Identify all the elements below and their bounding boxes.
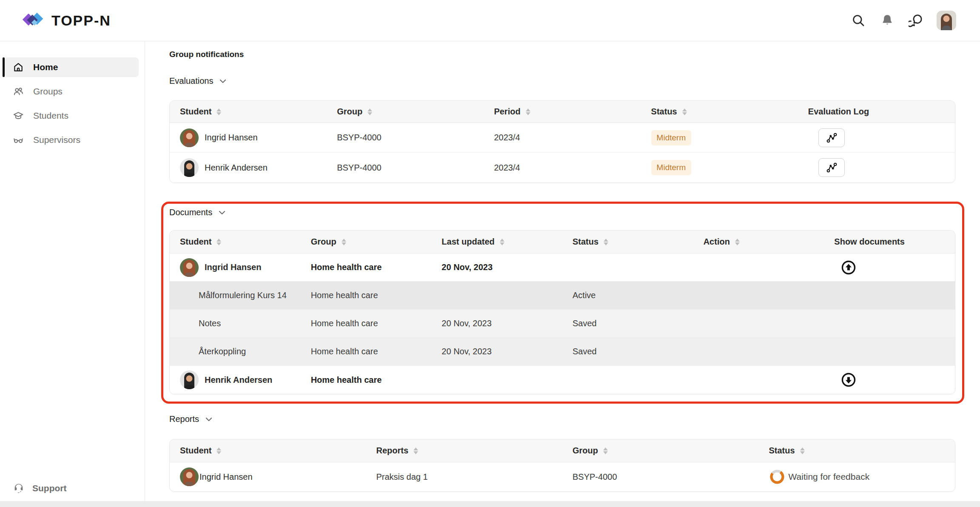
column-header-student[interactable]: Student <box>170 237 301 247</box>
brand-logo-icon <box>22 11 43 30</box>
avatar <box>180 370 199 389</box>
documents-section-toggle[interactable]: Documents <box>169 208 955 217</box>
collapse-documents-icon[interactable] <box>840 259 857 276</box>
column-header-group[interactable]: Group <box>562 446 759 456</box>
chevron-down-icon <box>217 208 227 217</box>
evaluations-section-toggle[interactable]: Evaluations <box>169 76 955 86</box>
student-name: Ingrid Hansen <box>205 262 261 272</box>
brand-logo[interactable]: TOPP-N <box>22 11 111 30</box>
column-header-reports[interactable]: Reports <box>366 446 563 456</box>
evaluation-log-icon <box>826 132 838 143</box>
document-name: Notes <box>170 319 301 328</box>
sort-icon <box>799 447 806 455</box>
column-header-status[interactable]: Status <box>562 237 693 247</box>
last-updated-cell: 20 Nov, 2023 <box>431 262 562 272</box>
header-actions <box>850 11 956 30</box>
period-cell: 2023/4 <box>484 163 641 173</box>
table-row: Henrik Andersen BSYP-4000 2023/4 Midterm <box>170 153 955 182</box>
documents-title: Documents <box>169 208 212 217</box>
main-content: Group notifications Evaluations Student … <box>145 41 980 507</box>
sort-icon <box>525 108 531 116</box>
table-row-student-collapsed[interactable]: Henrik Andersen Home health care <box>170 366 955 394</box>
group-cell: BSYP-4000 <box>562 472 759 482</box>
sidebar-item-label: Home <box>33 62 58 72</box>
groups-icon <box>13 86 24 97</box>
evaluations-table: Student Group Period Status Evaluation L… <box>169 100 955 183</box>
table-row-student-expanded[interactable]: Ingrid Hansen Home health care 20 Nov, 2… <box>170 254 955 282</box>
sort-icon <box>602 447 609 455</box>
avatar <box>180 158 199 177</box>
sort-icon <box>216 238 222 246</box>
evaluation-log-icon <box>826 162 838 173</box>
home-icon <box>13 62 24 73</box>
table-row-document: Målformulering Kurs 14 Home health care … <box>170 282 955 310</box>
chevron-down-icon <box>218 77 228 86</box>
evaluations-title: Evaluations <box>169 76 213 86</box>
student-name: Ingrid Hansen <box>199 472 253 482</box>
reports-table: Student Reports Group Status <box>169 439 955 492</box>
group-cell: Home health care <box>301 347 432 356</box>
sort-icon <box>681 108 688 116</box>
sidebar-support[interactable]: Support <box>13 482 66 494</box>
sidebar: Home Groups Students Supervisors <box>0 41 145 507</box>
sidebar-item-home[interactable]: Home <box>4 57 139 77</box>
sort-icon <box>413 447 419 455</box>
brand-name: TOPP-N <box>51 12 111 29</box>
sidebar-item-groups[interactable]: Groups <box>4 82 139 101</box>
group-cell: BSYP-4000 <box>327 163 484 173</box>
expand-documents-icon[interactable] <box>840 371 857 388</box>
status-cell: Saved <box>562 347 693 356</box>
column-header-student[interactable]: Student <box>170 107 327 117</box>
reports-table-header: Student Reports Group Status <box>170 439 955 462</box>
column-header-period[interactable]: Period <box>484 107 641 117</box>
user-avatar[interactable] <box>937 11 956 30</box>
column-header-status[interactable]: Status <box>641 107 798 117</box>
column-header-status[interactable]: Status <box>759 446 955 456</box>
group-cell: Home health care <box>301 319 432 328</box>
sort-icon <box>734 238 741 246</box>
documents-highlight-box: Documents Student Group Last updated Sta… <box>161 202 964 404</box>
bell-icon[interactable] <box>879 12 896 29</box>
sort-icon <box>499 238 505 246</box>
column-header-show-documents: Show documents <box>824 237 955 247</box>
sort-icon <box>603 238 609 246</box>
sidebar-item-supervisors[interactable]: Supervisors <box>4 130 139 150</box>
group-cell: BSYP-4000 <box>327 133 484 142</box>
table-row-document: Återkoppling Home health care 20 Nov, 20… <box>170 338 955 366</box>
column-header-group[interactable]: Group <box>301 237 432 247</box>
reports-title: Reports <box>169 414 199 424</box>
headset-icon <box>13 482 25 494</box>
chevron-down-icon <box>204 415 214 424</box>
column-header-group[interactable]: Group <box>327 107 484 117</box>
column-header-evaluation-log: Evaluation Log <box>798 107 955 117</box>
student-name: Henrik Andersen <box>205 375 272 385</box>
evaluation-log-button[interactable] <box>818 128 845 147</box>
sort-icon <box>367 108 373 116</box>
report-cell: Praksis dag 1 <box>366 472 563 482</box>
status-cell: Active <box>562 291 693 300</box>
column-header-action[interactable]: Action <box>693 237 824 247</box>
group-cell: Home health care <box>301 291 432 300</box>
status-badge: Midterm <box>651 130 692 145</box>
sort-icon <box>341 238 347 246</box>
search-icon[interactable] <box>850 12 867 29</box>
reports-section-toggle[interactable]: Reports <box>169 414 955 424</box>
page-title: Group notifications <box>169 50 955 59</box>
progress-spinner-icon <box>769 469 785 485</box>
glasses-icon <box>13 134 24 145</box>
student-name: Henrik Andersen <box>205 163 268 173</box>
last-updated-cell: 20 Nov, 2023 <box>431 319 562 328</box>
table-row: Ingrid Hansen Praksis dag 1 BSYP-4000 Wa… <box>170 462 955 491</box>
sort-icon <box>216 447 222 455</box>
period-cell: 2023/4 <box>484 133 641 142</box>
sidebar-item-label: Supervisors <box>33 135 80 145</box>
column-header-last-updated[interactable]: Last updated <box>431 237 562 247</box>
evaluation-log-button[interactable] <box>818 158 845 177</box>
column-header-student[interactable]: Student <box>170 446 366 456</box>
support-label: Support <box>32 483 66 493</box>
evaluations-table-header: Student Group Period Status Evaluation L… <box>170 101 955 123</box>
chat-icon[interactable] <box>908 12 925 29</box>
documents-table-header: Student Group Last updated Status Action… <box>170 231 955 254</box>
student-name: Ingrid Hansen <box>205 133 258 142</box>
sidebar-item-students[interactable]: Students <box>4 106 139 125</box>
